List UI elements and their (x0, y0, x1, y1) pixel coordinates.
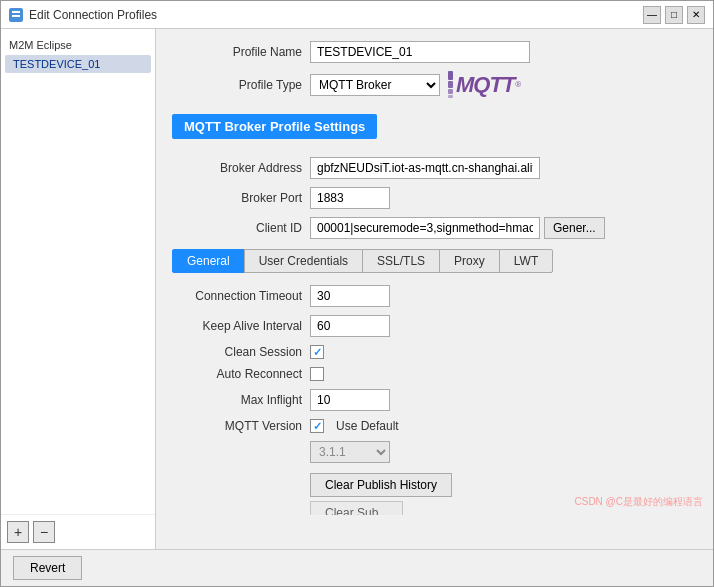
profile-name-input[interactable] (310, 41, 530, 63)
title-bar-left: Edit Connection Profiles (9, 8, 157, 22)
clear-btn-row: Clear Publish History (310, 473, 697, 497)
main-window: Edit Connection Profiles — □ ✕ M2M Eclip… (0, 0, 714, 587)
main-content: Profile Name Profile Type MQTT Broker (156, 29, 713, 549)
broker-port-label: Broker Port (172, 191, 302, 205)
tab-lwt[interactable]: LWT (499, 249, 553, 273)
version-select-row: 3.1.1 (172, 441, 697, 463)
keep-alive-input[interactable] (310, 315, 390, 337)
bottom-bar: Revert (1, 549, 713, 586)
client-id-row: Client ID Gener... (172, 217, 697, 239)
mqtt-logo: MQTT ® (448, 71, 521, 98)
tab-proxy[interactable]: Proxy (439, 249, 500, 273)
generate-button[interactable]: Gener... (544, 217, 605, 239)
max-inflight-label: Max Inflight (172, 393, 302, 407)
max-inflight-row: Max Inflight (172, 389, 697, 411)
profile-name-label: Profile Name (172, 45, 302, 59)
general-tab-content: Connection Timeout Keep Alive Interval C… (172, 285, 697, 515)
clear-publish-history-button[interactable]: Clear Publish History (310, 473, 452, 497)
max-inflight-input[interactable] (310, 389, 390, 411)
partial-button: Clear Sub... (310, 501, 403, 515)
tabs-row: General User Credentials SSL/TLS Proxy L… (172, 249, 697, 273)
profile-name-row: Profile Name (172, 41, 697, 63)
mqtt-version-select[interactable]: 3.1.1 (310, 441, 390, 463)
maximize-button[interactable]: □ (665, 6, 683, 24)
svg-rect-1 (12, 11, 20, 13)
mqtt-signal-icon (448, 71, 453, 98)
use-default-label: Use Default (336, 419, 399, 433)
client-id-label: Client ID (172, 221, 302, 235)
remove-profile-button[interactable]: − (33, 521, 55, 543)
clean-session-row: Clean Session (172, 345, 697, 359)
svg-rect-2 (12, 15, 20, 17)
broker-address-label: Broker Address (172, 161, 302, 175)
client-id-input[interactable] (310, 217, 540, 239)
section-header: MQTT Broker Profile Settings (172, 114, 377, 139)
clean-session-label: Clean Session (172, 345, 302, 359)
minimize-button[interactable]: — (643, 6, 661, 24)
auto-reconnect-checkbox[interactable] (310, 367, 324, 381)
watermark: CSDN @C是最好的编程语言 (575, 495, 704, 509)
broker-port-row: Broker Port (172, 187, 697, 209)
mqtt-version-row: MQTT Version ✓ Use Default (172, 419, 697, 433)
section-header-row: MQTT Broker Profile Settings (172, 106, 697, 147)
window-icon (9, 8, 23, 22)
sidebar-list: M2M Eclipse TESTDEVICE_01 (1, 29, 155, 514)
auto-reconnect-label: Auto Reconnect (172, 367, 302, 381)
keep-alive-label: Keep Alive Interval (172, 319, 302, 333)
tab-user-credentials[interactable]: User Credentials (244, 249, 363, 273)
window-body: M2M Eclipse TESTDEVICE_01 + − Profile Na… (1, 29, 713, 549)
broker-address-input[interactable] (310, 157, 540, 179)
connection-timeout-input[interactable] (310, 285, 390, 307)
use-default-checkbox[interactable]: ✓ (310, 419, 324, 433)
connection-timeout-row: Connection Timeout (172, 285, 697, 307)
auto-reconnect-field (310, 367, 324, 381)
mqtt-version-label: MQTT Version (172, 419, 302, 433)
keep-alive-row: Keep Alive Interval (172, 315, 697, 337)
connection-timeout-label: Connection Timeout (172, 289, 302, 303)
tab-ssl-tls[interactable]: SSL/TLS (362, 249, 440, 273)
profile-type-label: Profile Type (172, 78, 302, 92)
profile-type-row: Profile Type MQTT Broker MQTT (172, 71, 697, 98)
clean-session-field (310, 345, 324, 359)
profile-type-select[interactable]: MQTT Broker (310, 74, 440, 96)
add-profile-button[interactable]: + (7, 521, 29, 543)
close-button[interactable]: ✕ (687, 6, 705, 24)
broker-port-input[interactable] (310, 187, 390, 209)
profile-type-container: MQTT Broker MQTT ® (310, 71, 521, 98)
title-bar-controls: — □ ✕ (643, 6, 705, 24)
client-id-container: Gener... (310, 217, 605, 239)
revert-button[interactable]: Revert (13, 556, 82, 580)
sidebar-actions: + − (1, 514, 155, 549)
sidebar-item-testdevice01[interactable]: TESTDEVICE_01 (5, 55, 151, 73)
auto-reconnect-row: Auto Reconnect (172, 367, 697, 381)
clean-session-checkbox[interactable] (310, 345, 324, 359)
sidebar-group-label: M2M Eclipse (5, 37, 151, 53)
sidebar: M2M Eclipse TESTDEVICE_01 + − (1, 29, 156, 549)
title-bar: Edit Connection Profiles — □ ✕ (1, 1, 713, 29)
mqtt-logo-trademark: ® (515, 80, 521, 89)
tab-general[interactable]: General (172, 249, 245, 273)
mqtt-logo-text: MQTT (456, 72, 514, 98)
window-title: Edit Connection Profiles (29, 8, 157, 22)
broker-address-row: Broker Address (172, 157, 697, 179)
